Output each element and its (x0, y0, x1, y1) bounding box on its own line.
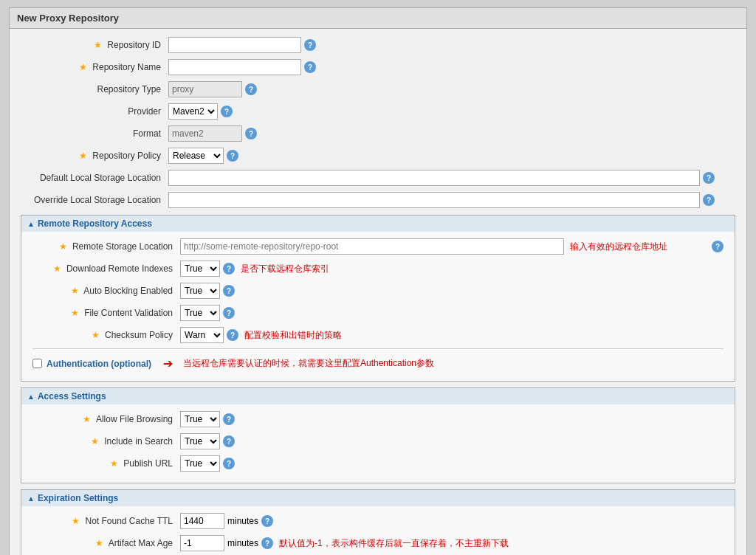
format-input (168, 125, 242, 142)
checksum-help-icon[interactable]: ? (227, 329, 238, 341)
publish-label: ★ Publish URL (32, 458, 180, 469)
divider (32, 348, 724, 349)
file-validation-row: ★ File Content Validation True False ? (32, 304, 724, 322)
required-star-6: ★ (71, 286, 79, 296)
required-star-4: ★ (59, 241, 67, 252)
required-star-7: ★ (71, 308, 79, 318)
repository-name-help-icon[interactable]: ? (304, 61, 316, 73)
publish-row: ★ Publish URL True False ? (32, 455, 724, 472)
download-indexes-hint: 是否下载远程仓库索引 (241, 263, 329, 275)
required-star-11: ★ (110, 458, 118, 469)
artifact-hint: 默认值为-1，表示构件缓存后就一直保存着，不主重新下载 (279, 537, 509, 550)
auth-label: Authentication (optional) (47, 359, 151, 369)
publish-help-icon[interactable]: ? (223, 458, 235, 469)
access-settings-body: ★ Allow File Browsing True False ? ★ Inc… (21, 404, 735, 483)
repository-name-label: ★ Repository Name (21, 62, 168, 72)
expiration-header[interactable]: ▲ Expiration Settings (21, 489, 735, 506)
format-label: Format (21, 128, 168, 139)
checksum-hint: 配置校验和出错时的策略 (244, 329, 342, 342)
browsing-select[interactable]: True False (180, 411, 220, 427)
default-storage-input[interactable] (168, 170, 700, 186)
repository-name-input[interactable] (168, 59, 301, 75)
policy-row: ★ Repository Policy Release Snapshot ? (21, 147, 735, 165)
required-star-12: ★ (72, 516, 80, 526)
collapse-icon-2: ▲ (27, 393, 35, 401)
repository-id-help-icon[interactable]: ? (304, 39, 316, 51)
not-found-help-icon[interactable]: ? (261, 515, 273, 527)
auto-blocking-select[interactable]: True False (180, 283, 220, 299)
repository-id-row: ★ Repository ID ? (21, 36, 735, 54)
required-star-8: ★ (92, 330, 100, 340)
format-row: Format ? (21, 125, 735, 142)
panel-title: New Proxy Repository (10, 8, 746, 29)
auto-blocking-row: ★ Auto Blocking Enabled True False ? (32, 282, 724, 300)
default-storage-row: Default Local Storage Location ? (21, 169, 735, 187)
browsing-row: ★ Allow File Browsing True False ? (32, 410, 724, 428)
override-storage-row: Override Local Storage Location ? (21, 191, 735, 209)
required-star-3: ★ (79, 151, 87, 161)
override-storage-label: Override Local Storage Location (21, 195, 168, 205)
not-found-row: ★ Not Found Cache TTL minutes ? (32, 512, 724, 530)
auto-blocking-help-icon[interactable]: ? (223, 285, 235, 297)
remote-access-header[interactable]: ▲ Remote Repository Access (21, 215, 735, 232)
not-found-label: ★ Not Found Cache TTL (32, 516, 180, 526)
repository-type-row: Repository Type ? (21, 80, 735, 98)
search-help-icon[interactable]: ? (223, 435, 235, 447)
checksum-label: ★ Checksum Policy (32, 330, 180, 340)
search-select[interactable]: True False (180, 433, 220, 449)
publish-select[interactable]: True False (180, 455, 220, 472)
default-storage-help-icon[interactable]: ? (703, 172, 715, 184)
remote-storage-row: ★ Remote Storage Location 输入有效的远程仓库地址 ? (32, 238, 724, 255)
required-star-5: ★ (53, 263, 61, 274)
file-validation-help-icon[interactable]: ? (223, 307, 235, 319)
artifact-help-icon[interactable]: ? (261, 537, 273, 549)
remote-storage-hint: 输入有效的远程仓库地址 (570, 241, 667, 253)
repository-type-label: Repository Type (21, 84, 168, 94)
override-storage-input[interactable] (168, 192, 700, 208)
file-validation-label: ★ File Content Validation (32, 308, 180, 318)
checksum-select[interactable]: Warn Strict Ignore (180, 327, 224, 343)
provider-select[interactable]: Maven2 (168, 103, 218, 120)
expiration-body: ★ Not Found Cache TTL minutes ? ★ Artifa… (21, 506, 735, 555)
remote-storage-input[interactable] (180, 238, 564, 255)
remote-storage-label: ★ Remote Storage Location (32, 241, 180, 252)
auth-row: Authentication (optional) ➔ 当远程仓库需要认证的时候… (32, 352, 724, 375)
policy-select[interactable]: Release Snapshot (168, 148, 224, 164)
download-indexes-help-icon[interactable]: ? (223, 263, 235, 275)
search-label: ★ Include in Search (32, 436, 180, 447)
download-indexes-select[interactable]: True False (180, 261, 220, 277)
required-star-13: ★ (95, 538, 103, 548)
not-found-unit: minutes (227, 516, 258, 526)
policy-label: ★ Repository Policy (21, 151, 168, 161)
download-indexes-label: ★ Download Remote Indexes (32, 263, 180, 274)
access-settings-header[interactable]: ▲ Access Settings (21, 387, 735, 404)
auto-blocking-label: ★ Auto Blocking Enabled (32, 286, 180, 296)
provider-row: Provider Maven2 ? (21, 103, 735, 120)
override-storage-help-icon[interactable]: ? (703, 194, 715, 206)
policy-help-icon[interactable]: ? (227, 150, 238, 162)
repository-type-help-icon[interactable]: ? (245, 83, 257, 95)
browsing-label: ★ Allow File Browsing (32, 414, 180, 424)
auth-hint: 当远程仓库需要认证的时候，就需要这里配置Authentication参数 (183, 357, 434, 370)
repository-name-row: ★ Repository Name ? (21, 58, 735, 76)
file-validation-select[interactable]: True False (180, 305, 220, 321)
artifact-row: ★ Artifact Max Age minutes ? 默认值为-1，表示构件… (32, 534, 724, 552)
required-star-2: ★ (79, 62, 87, 72)
repository-id-input[interactable] (168, 37, 301, 53)
artifact-label: ★ Artifact Max Age (32, 538, 180, 548)
artifact-input[interactable] (180, 535, 224, 551)
required-star: ★ (94, 40, 102, 50)
collapse-icon: ▲ (27, 220, 35, 228)
browsing-help-icon[interactable]: ? (223, 413, 235, 425)
format-help-icon[interactable]: ? (245, 128, 257, 139)
required-star-9: ★ (83, 414, 91, 424)
auth-checkbox[interactable] (32, 359, 42, 368)
repository-id-label: ★ Repository ID (21, 40, 168, 50)
provider-label: Provider (21, 106, 168, 117)
provider-help-icon[interactable]: ? (221, 106, 233, 117)
artifact-unit: minutes (227, 538, 258, 548)
arrow-right-icon: ➔ (163, 356, 173, 370)
remote-storage-help-icon[interactable]: ? (712, 241, 724, 252)
not-found-input[interactable] (180, 513, 224, 529)
required-star-10: ★ (91, 436, 99, 447)
